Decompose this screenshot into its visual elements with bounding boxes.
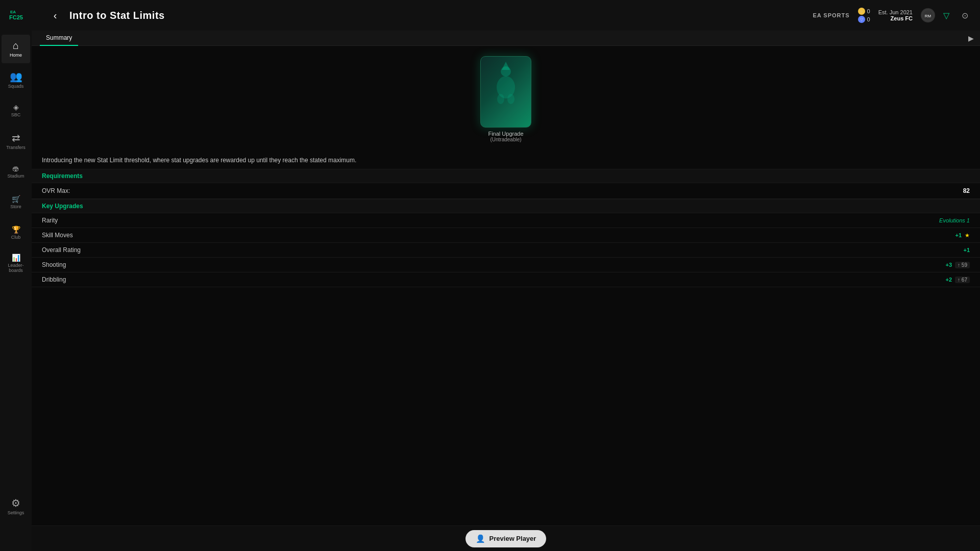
preview-player-label: Preview Player [489,535,536,542]
dribbling-value: +2 ↑ 67 [946,277,970,283]
player-card [480,56,531,128]
fc25-logo: EA FC25 [8,6,39,24]
svg-text:RM: RM [925,14,932,18]
intro-text: Introducing the new Stat Limit threshold… [32,147,980,169]
store-icon: 🛒 [12,195,20,203]
upgrade-row-dribbling: Dribbling +2 ↑ 67 [32,272,980,287]
coin-icon: ○ [858,8,865,15]
club-icons: RM ▽ ⊙ [921,8,972,22]
sub-nav: Summary ▶ [32,31,980,46]
sidebar-item-transfers[interactable]: ⇄ Transfers [2,127,30,155]
svg-point-7 [497,94,504,104]
evolutions-label: Evolutions 1 [939,217,970,223]
sidebar-label-stadium: Stadium [7,174,24,179]
sidebar-item-settings[interactable]: ⚙ Settings [2,492,30,520]
coins-value: 0 [867,8,870,14]
upgrade-row-rarity: Rarity Evolutions 1 [32,213,980,228]
card-area: Final Upgrade (Untradeable) [32,46,980,147]
overall-label: Overall Rating [42,246,81,254]
sidebar-item-club[interactable]: 🏆 Club [2,218,30,247]
shooting-label: Shooting [42,261,66,268]
sidebar-item-leaderboards[interactable]: 📊 Leader-boards [2,249,30,278]
rarity-value: Evolutions 1 [939,217,970,223]
dribbling-label: Dribbling [42,276,66,283]
est-date: Est. Jun 2021 [878,9,913,15]
overall-badge: +1 [963,247,970,253]
sidebar-item-home[interactable]: ⌂ Home [2,35,30,63]
overall-value: +1 [963,247,970,253]
ovr-value: 82 [963,187,970,194]
skill-moves-value: +1 ★ [955,232,970,239]
transfers-icon: ⇄ [12,132,20,144]
key-upgrades-header: Key Upgrades [32,199,980,213]
sidebar-item-squads[interactable]: 👥 Squads [2,65,30,94]
sidebar-label-club: Club [11,235,21,240]
sidebar-label-sbc: SBC [11,113,21,118]
top-bar-left: EA FC25 ‹ Intro to Stat Limits [8,6,165,24]
ovr-label: OVR Max: [42,187,70,194]
back-button[interactable]: ‹ [47,7,63,23]
card-title: Final Upgrade [488,131,523,137]
club-icon: 🏆 [12,226,20,234]
skill-moves-label: Skill Moves [42,232,73,239]
preview-player-button[interactable]: 👤 Preview Player [465,530,547,547]
page-title: Intro to Stat Limits [69,10,165,21]
upgrade-row-skill-moves: Skill Moves +1 ★ [32,228,980,243]
squads-icon: 👥 [10,70,22,83]
points-row: ▽ 0 [858,16,870,23]
ea-sports-logo: EA SPORTS [813,12,849,18]
card-top-decoration [501,61,511,71]
top-bar-right: EA SPORTS ○ 0 ▽ 0 Est. Jun 2021 Zeus FC … [813,8,972,23]
sidebar-label-store: Store [10,205,21,210]
star-icon: ★ [965,232,970,239]
coins-row: ○ 0 [858,8,870,15]
svg-point-8 [507,94,514,104]
page-title-bar: ‹ Intro to Stat Limits [47,7,165,23]
shooting-badge: +3 [946,262,952,268]
sidebar: ⌂ Home 👥 Squads ◈ SBC ⇄ Transfers 🏟 Stad… [0,31,32,551]
preview-player-icon: 👤 [476,534,485,543]
leaderboards-icon: 📊 [12,254,20,262]
right-play-button[interactable]: ▶ [966,31,976,46]
nav-controller-icon[interactable]: ⊙ [958,8,972,22]
requirements-header: Requirements [32,169,980,183]
upgrade-row-overall: Overall Rating +1 [32,243,980,258]
sidebar-item-stadium[interactable]: 🏟 Stadium [2,157,30,186]
dribbling-badge: +2 [946,277,952,283]
sidebar-label-transfers: Transfers [6,145,26,151]
skill-moves-badge: +1 [955,232,962,238]
home-icon: ⌂ [13,40,19,52]
settings-icon: ⚙ [11,497,20,509]
points-icon: ▽ [858,16,865,23]
sidebar-label-leaderboards: Leader-boards [2,263,30,273]
dribbling-stat: ↑ 67 [955,277,970,283]
rarity-label: Rarity [42,217,58,224]
sidebar-item-sbc[interactable]: ◈ SBC [2,96,30,124]
svg-text:EA: EA [10,10,16,14]
top-bar: EA FC25 ‹ Intro to Stat Limits EA SPORTS… [0,0,980,31]
sidebar-label-settings: Settings [8,511,24,516]
club-badge-realmadrid: RM [921,8,935,22]
main-content: Final Upgrade (Untradeable) Introducing … [32,46,980,525]
stadium-icon: 🏟 [12,164,19,172]
tab-summary[interactable]: Summary [40,31,78,46]
shooting-value: +3 ↑ 59 [946,262,970,268]
username: Zeus FC [878,15,913,21]
svg-text:FC25: FC25 [9,14,23,20]
sidebar-label-squads: Squads [8,84,24,89]
points-value: 0 [867,16,870,22]
ovr-row: OVR Max: 82 [32,183,980,199]
card-subtitle: (Untradeable) [488,137,523,142]
bottom-bar: 👤 Preview Player [32,525,980,551]
nav-triangle-icon[interactable]: ▽ [939,8,953,22]
est-info: Est. Jun 2021 Zeus FC [878,9,913,21]
coins-info: ○ 0 ▽ 0 [858,8,870,23]
sidebar-item-store[interactable]: 🛒 Store [2,188,30,216]
svg-marker-9 [502,62,510,70]
sbc-icon: ◈ [13,103,19,111]
sidebar-label-home: Home [10,53,22,58]
shooting-stat: ↑ 59 [955,262,970,268]
card-label-container: Final Upgrade (Untradeable) [488,131,523,142]
upgrade-row-shooting: Shooting +3 ↑ 59 [32,258,980,272]
